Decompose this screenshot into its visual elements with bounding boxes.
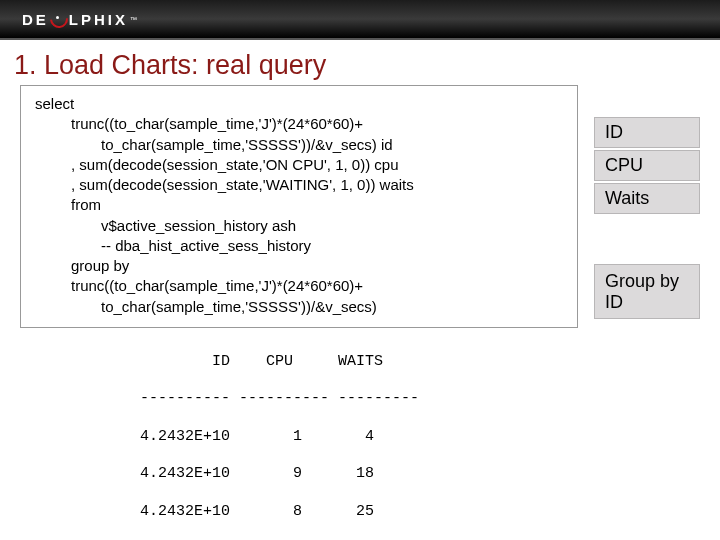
sql-line: -- dba_hist_active_sess_history: [35, 236, 563, 256]
logo-text-d: D: [22, 11, 36, 28]
logo-text-phix: PHIX: [81, 11, 128, 28]
sql-line: trunc((to_char(sample_time,'J')*(24*60*6…: [35, 276, 563, 296]
badge-cpu: CPU: [594, 150, 700, 181]
swirl-icon: [50, 10, 68, 28]
output-row: 4.2432E+10 8 25: [140, 503, 720, 522]
annotation-column: ID CPU Waits Group by ID: [594, 117, 700, 319]
header-bar: D E L PHIX ™: [0, 0, 720, 40]
logo-tm: ™: [130, 16, 140, 23]
logo-text-l: L: [69, 11, 81, 28]
logo: D E L PHIX ™: [22, 10, 140, 28]
query-output: ID CPU WAITS ---------- ---------- -----…: [140, 334, 720, 540]
logo-text-e: E: [36, 11, 49, 28]
sql-line: to_char(sample_time,'SSSSS'))/&v_secs) i…: [35, 135, 563, 155]
sql-line: trunc((to_char(sample_time,'J')*(24*60*6…: [35, 114, 563, 134]
badge-group-by: Group by ID: [594, 264, 700, 319]
output-separator: ---------- ---------- ---------: [140, 390, 720, 409]
content-area: select trunc((to_char(sample_time,'J')*(…: [0, 85, 720, 328]
output-row: 4.2432E+10 1 4: [140, 428, 720, 447]
sql-line: to_char(sample_time,'SSSSS'))/&v_secs): [35, 297, 563, 317]
sql-line: group by: [35, 256, 563, 276]
output-row: 4.2432E+10 9 18: [140, 465, 720, 484]
sql-line: , sum(decode(session_state,'WAITING', 1,…: [35, 175, 563, 195]
sql-line: from: [35, 195, 563, 215]
badge-waits: Waits: [594, 183, 700, 214]
sql-line: , sum(decode(session_state,'ON CPU', 1, …: [35, 155, 563, 175]
sql-code-block: select trunc((to_char(sample_time,'J')*(…: [20, 85, 578, 328]
output-header: ID CPU WAITS: [140, 353, 720, 372]
sql-line: select: [35, 94, 563, 114]
badge-id: ID: [594, 117, 700, 148]
slide-title: 1. Load Charts: real query: [14, 50, 720, 81]
sql-line: v$active_session_history ash: [35, 216, 563, 236]
